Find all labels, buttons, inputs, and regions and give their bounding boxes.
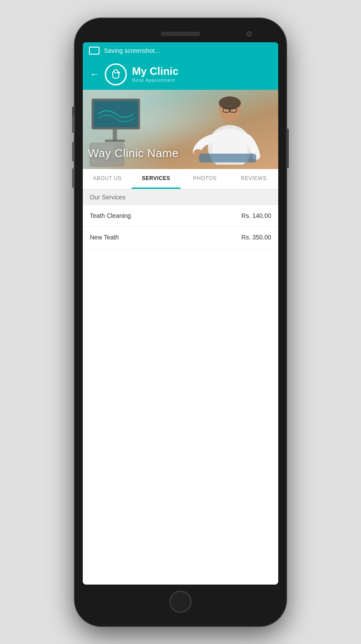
app-header: ← My Clinic Book Appointment — [83, 59, 278, 90]
screenshot-text: Saving screenshot... — [104, 47, 160, 54]
phone-bottom-bar — [83, 591, 278, 613]
mute-button[interactable] — [72, 115, 74, 133]
service-price-2: Rs. 350.00 — [241, 234, 271, 241]
logo-circle — [105, 63, 127, 85]
service-row: Teath Cleaning Rs. 140.00 — [83, 205, 278, 227]
tab-reviews[interactable]: REVIEWS — [229, 169, 278, 189]
svg-point-0 — [114, 70, 118, 73]
phone-screen: Saving screenshot... ← My Clinic Book Ap… — [83, 42, 278, 585]
home-button[interactable] — [169, 591, 192, 613]
volume-up-button[interactable] — [72, 142, 74, 162]
hero-image: Way Clinic Name — [83, 90, 278, 169]
app-subtitle: Book Appointment — [132, 77, 178, 83]
services-title: Our Services — [90, 194, 125, 201]
svg-rect-5 — [113, 129, 117, 140]
service-name-2: New Teath — [90, 234, 119, 241]
volume-down-button[interactable] — [72, 168, 74, 188]
camera — [247, 31, 252, 37]
screenshot-icon — [89, 47, 99, 55]
svg-rect-16 — [199, 154, 256, 162]
screenshot-notification: Saving screenshot... — [83, 42, 278, 59]
tab-services[interactable]: SERVICES — [132, 169, 180, 189]
back-button[interactable]: ← — [90, 69, 99, 80]
speaker — [161, 32, 200, 36]
services-section-header: Our Services — [83, 189, 278, 205]
doctor-svg — [186, 94, 265, 165]
header-title-area: My Clinic Book Appointment — [132, 66, 178, 82]
service-list: Teath Cleaning Rs. 140.00 New Teath Rs. … — [83, 205, 278, 585]
svg-rect-6 — [105, 140, 125, 142]
phone-device: Saving screenshot... ← My Clinic Book Ap… — [75, 18, 286, 626]
clinic-name-overlay: Way Clinic Name — [88, 147, 179, 160]
tabs-bar: ABOUT US SERVICES PHOTOS REVIEWS — [83, 169, 278, 189]
svg-point-1 — [118, 71, 120, 74]
svg-point-11 — [219, 96, 241, 110]
phone-top-bar — [83, 32, 278, 36]
stethoscope-icon — [109, 68, 122, 81]
service-price-1: Rs. 140.00 — [241, 212, 271, 219]
tab-photos[interactable]: PHOTOS — [180, 169, 229, 189]
service-name-1: Teath Cleaning — [90, 212, 131, 219]
app-title: My Clinic — [132, 66, 178, 77]
service-row: New Teath Rs. 350.00 — [83, 227, 278, 248]
tab-about-us[interactable]: ABOUT US — [83, 169, 132, 189]
